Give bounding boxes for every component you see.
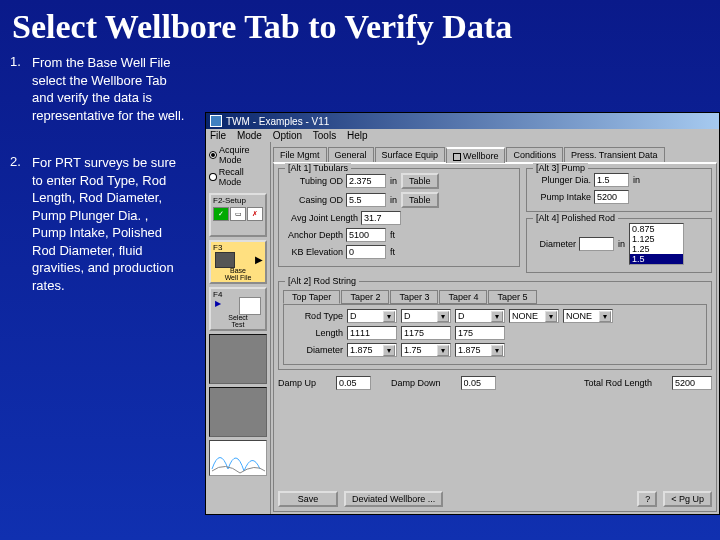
pump-fieldset: [Alt 3] Pump Plunger Dia. in Pump Intake (526, 168, 712, 212)
rod-type-combo-1[interactable]: D (347, 309, 397, 323)
instructions-panel: 1. From the Base Well File select the We… (0, 46, 195, 325)
tab-press-transient[interactable]: Press. Transient Data (564, 147, 665, 162)
rod-string-legend: [Alt 2] Rod String (285, 276, 359, 286)
waveform-preview (209, 440, 267, 476)
menu-tools[interactable]: Tools (313, 130, 336, 141)
menu-help[interactable]: Help (347, 130, 368, 141)
rod-type-combo-4[interactable]: NONE (509, 309, 559, 323)
device-icon: ▭ (230, 207, 246, 221)
app-window: TWM - Examples - V11 File Mode Option To… (205, 112, 720, 515)
help-button[interactable]: ? (637, 491, 657, 507)
step-1-text: From the Base Well File select the Wellb… (32, 54, 185, 124)
tab-strip: File Mgmt General Surface Equip Wellbore… (273, 144, 717, 162)
casing-od-input[interactable] (346, 193, 386, 207)
doc-icon (239, 297, 261, 315)
titlebar: TWM - Examples - V11 (206, 113, 719, 129)
damp-down-label: Damp Down (391, 378, 441, 388)
tab-taper-3[interactable]: Taper 3 (390, 290, 438, 304)
x-icon: ✗ (247, 207, 263, 221)
radio-acquire[interactable] (209, 151, 217, 159)
length-input-1[interactable] (347, 326, 397, 340)
wellbore-tab-content: [Alt 1] Tubulars Tubing OD in Table Casi… (273, 162, 717, 512)
well-icon (215, 252, 235, 268)
rod-diameter-listbox[interactable]: 0.875 1.125 1.25 1.5 (629, 223, 684, 265)
kb-elevation-label: KB Elevation (283, 247, 343, 257)
rod-type-combo-3[interactable]: D (455, 309, 505, 323)
rod-diameter-input[interactable] (579, 237, 614, 251)
tubulars-legend: [Alt 1] Tubulars (285, 163, 351, 173)
radio-recall[interactable] (209, 173, 217, 181)
left-panel: Acquire Mode Recall Mode F2-Setup ✓ ▭ ✗ … (206, 142, 271, 514)
tab-general[interactable]: General (328, 147, 374, 162)
menu-mode[interactable]: Mode (237, 130, 262, 141)
total-rod-length-label: Total Rod Length (584, 378, 652, 388)
casing-od-label: Casing OD (283, 195, 343, 205)
rod-type-combo-5[interactable]: NONE (563, 309, 613, 323)
length-input-2[interactable] (401, 326, 451, 340)
damp-up-label: Damp Up (278, 378, 316, 388)
right-panel: File Mgmt General Surface Equip Wellbore… (271, 142, 719, 514)
tab-file-mgmt[interactable]: File Mgmt (273, 147, 327, 162)
rod-dia-label: Diameter (288, 345, 343, 355)
preview-box-1 (209, 334, 267, 384)
tab-taper-2[interactable]: Taper 2 (341, 290, 389, 304)
polished-rod-fieldset: [Alt 4] Polished Rod Diameter in 0.875 1… (526, 218, 712, 273)
tubing-table-button[interactable]: Table (401, 173, 439, 189)
rod-string-fieldset: [Alt 2] Rod String Top Taper Taper 2 Tap… (278, 281, 712, 370)
rod-type-combo-2[interactable]: D (401, 309, 451, 323)
plunger-dia-input[interactable] (594, 173, 629, 187)
f2-setup-button[interactable]: F2-Setup ✓ ▭ ✗ (209, 193, 267, 237)
deviated-wellbore-button[interactable]: Deviated Wellbore ... (344, 491, 443, 507)
rod-type-label: Rod Type (288, 311, 343, 321)
kb-elevation-input[interactable] (346, 245, 386, 259)
casing-table-button[interactable]: Table (401, 192, 439, 208)
taper-tabs: Top Taper Taper 2 Taper 3 Taper 4 Taper … (283, 290, 707, 304)
f3-base-well-file-button[interactable]: F3 ▶ BaseWell File (209, 240, 267, 284)
play-icon: ▶ (215, 299, 221, 308)
avg-joint-label: Avg Joint Length (283, 213, 358, 223)
slide-title: Select Wellbore Tab to Verify Data (0, 0, 720, 46)
arrow-right-icon: ▶ (255, 254, 263, 265)
menu-option[interactable]: Option (273, 130, 302, 141)
plunger-dia-label: Plunger Dia. (531, 175, 591, 185)
step-2-text: For PRT surveys be sure to enter Rod Typ… (32, 154, 185, 294)
rod-diameter-label: Diameter (531, 239, 576, 249)
pump-intake-input[interactable] (594, 190, 629, 204)
anchor-depth-input[interactable] (346, 228, 386, 242)
save-button[interactable]: Save (278, 491, 338, 507)
app-icon (210, 115, 222, 127)
pump-legend: [Alt 3] Pump (533, 163, 588, 173)
tab-taper-4[interactable]: Taper 4 (439, 290, 487, 304)
radio-recall-label: Recall Mode (219, 167, 267, 187)
step-1-number: 1. (10, 54, 32, 124)
polished-rod-legend: [Alt 4] Polished Rod (533, 213, 618, 223)
tubing-od-input[interactable] (346, 174, 386, 188)
window-title: TWM - Examples - V11 (226, 116, 329, 127)
tab-wellbore[interactable]: Wellbore (446, 147, 505, 163)
length-input-3[interactable] (455, 326, 505, 340)
pump-intake-label: Pump Intake (531, 192, 591, 202)
tab-top-taper[interactable]: Top Taper (283, 290, 340, 304)
step-2-number: 2. (10, 154, 32, 294)
tab-surface-equip[interactable]: Surface Equip (375, 147, 446, 162)
check-icon: ✓ (213, 207, 229, 221)
tab-taper-5[interactable]: Taper 5 (488, 290, 536, 304)
damp-up-input[interactable] (336, 376, 371, 390)
total-rod-length-input[interactable] (672, 376, 712, 390)
unit-in: in (390, 176, 397, 186)
dia-combo-2[interactable]: 1.75 (401, 343, 451, 357)
tab-conditions[interactable]: Conditions (506, 147, 563, 162)
menu-file[interactable]: File (210, 130, 226, 141)
dia-combo-1[interactable]: 1.875 (347, 343, 397, 357)
avg-joint-input[interactable] (361, 211, 401, 225)
damp-down-input[interactable] (461, 376, 496, 390)
radio-acquire-label: Acquire Mode (219, 145, 267, 165)
anchor-depth-label: Anchor Depth (283, 230, 343, 240)
dia-combo-3[interactable]: 1.875 (455, 343, 505, 357)
f4-select-test-button[interactable]: F4 ▶ SelectTest (209, 287, 267, 331)
menubar[interactable]: File Mode Option Tools Help (206, 129, 719, 142)
rod-length-label: Length (288, 328, 343, 338)
preview-box-2 (209, 387, 267, 437)
tubing-od-label: Tubing OD (283, 176, 343, 186)
page-up-button[interactable]: < Pg Up (663, 491, 712, 507)
